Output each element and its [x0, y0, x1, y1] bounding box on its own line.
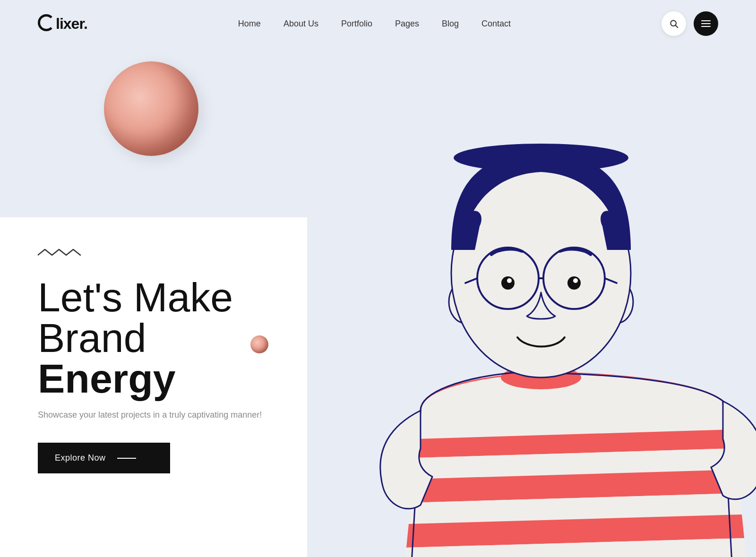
hero-subtitle: Showcase your latest projects in a truly… [38, 410, 269, 420]
hero-title-line1: Let's Make [38, 274, 233, 320]
nav-blog[interactable]: Blog [442, 19, 459, 29]
wave-icon [38, 246, 85, 260]
svg-point-13 [501, 276, 515, 290]
nav-about[interactable]: About Us [284, 19, 318, 29]
menu-line-1 [701, 20, 711, 21]
site-logo[interactable]: lixer. [38, 15, 87, 33]
svg-point-14 [507, 278, 512, 283]
hamburger-menu-button[interactable] [694, 11, 718, 36]
header-actions [662, 11, 718, 36]
explore-now-button[interactable]: Explore Now [38, 443, 170, 473]
hero-title-line2-normal: Brand [38, 315, 146, 360]
nav-contact[interactable]: Contact [481, 19, 511, 29]
decorative-sphere-small [250, 335, 268, 353]
character-head [449, 144, 633, 377]
main-nav: Home About Us Portfolio Pages Blog Conta… [238, 19, 511, 29]
character-illustration [345, 70, 756, 557]
hero-title-bold: Energy [38, 356, 176, 401]
logo-c-icon [38, 14, 55, 31]
svg-point-9 [454, 144, 628, 172]
svg-point-17 [573, 278, 578, 283]
search-button[interactable] [662, 11, 686, 36]
explore-btn-line [117, 458, 136, 459]
search-icon [669, 19, 679, 28]
character-body [380, 359, 756, 557]
hero-heading: Let's Make Brand Energy [38, 277, 269, 399]
logo-text: lixer. [56, 15, 87, 33]
nav-portfolio[interactable]: Portfolio [341, 19, 372, 29]
wave-decoration [38, 246, 269, 263]
site-header: lixer. Home About Us Portfolio Pages Blo… [0, 0, 756, 47]
nav-pages[interactable]: Pages [395, 19, 419, 29]
explore-btn-label: Explore Now [55, 453, 106, 463]
svg-line-1 [676, 26, 678, 28]
character-illustration-container [307, 38, 756, 557]
hero-content-card: Let's Make Brand Energy Showcase your la… [0, 217, 307, 557]
menu-line-2 [701, 23, 711, 24]
decorative-sphere-large [104, 61, 198, 156]
menu-line-3 [701, 26, 711, 27]
nav-home[interactable]: Home [238, 19, 261, 29]
svg-point-16 [567, 276, 581, 290]
